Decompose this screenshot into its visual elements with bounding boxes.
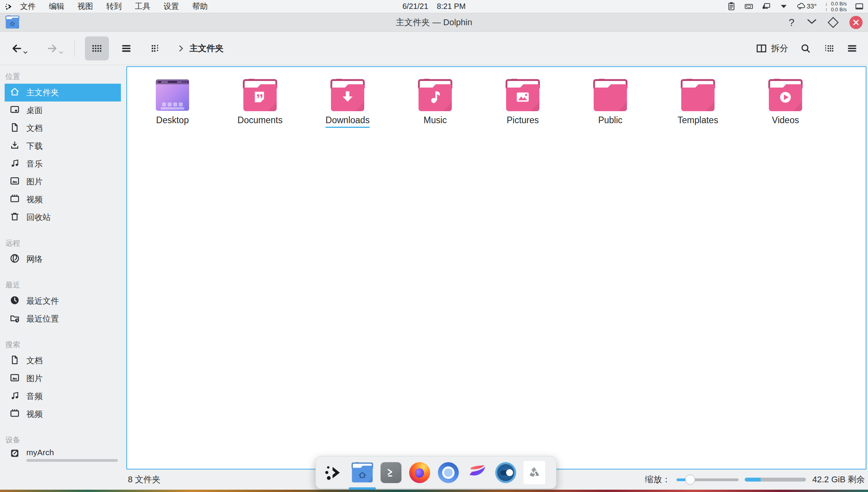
breadcrumb-current[interactable]: 主文件夹 xyxy=(189,43,224,54)
folder-downloads[interactable]: Downloads xyxy=(304,79,391,128)
trash-icon xyxy=(524,461,545,484)
sidebar-item-myarch[interactable]: myArch xyxy=(0,447,121,470)
forward-button[interactable] xyxy=(46,43,59,54)
sidebar-item-pictures[interactable]: 图片 xyxy=(0,173,121,191)
sidebar-item-music[interactable]: 音乐 xyxy=(0,155,121,173)
kde-logo-icon[interactable] xyxy=(5,2,13,11)
dock-item-trash[interactable] xyxy=(524,462,545,483)
folder-label[interactable]: Downloads xyxy=(326,115,370,128)
back-button[interactable] xyxy=(10,43,23,54)
folder-templates[interactable]: Templates xyxy=(654,79,742,128)
hamburger-menu-button[interactable] xyxy=(846,43,858,54)
sidebar-item-videos[interactable]: 视频 xyxy=(0,191,121,208)
folder-view[interactable]: Desktop Documents Downloads Music Pictur… xyxy=(126,66,866,470)
folder-icon-videos[interactable] xyxy=(768,79,803,112)
folder-label[interactable]: Pictures xyxy=(506,115,539,127)
show-desktop-icon[interactable] xyxy=(854,2,864,11)
sidebar-item-recent-files[interactable]: 最近文件 xyxy=(0,292,121,310)
item-count: 8 文件夹 xyxy=(128,474,160,485)
help-button[interactable]: ? xyxy=(789,17,794,28)
folder-label[interactable]: Desktop xyxy=(156,115,189,127)
zoom-slider-handle[interactable] xyxy=(685,475,695,485)
sidebar-item-downloads[interactable]: 下载 xyxy=(0,137,121,155)
image-icon xyxy=(9,175,20,188)
details-view-button[interactable] xyxy=(114,36,138,60)
folder-icon-pictures[interactable] xyxy=(505,79,540,112)
folder-label[interactable]: Documents xyxy=(238,115,282,127)
trash-icon xyxy=(9,211,20,224)
harddisk-icon xyxy=(9,448,20,461)
folder-icon-templates[interactable] xyxy=(680,79,715,112)
folder-icon-public[interactable] xyxy=(593,79,628,112)
music-icon xyxy=(9,390,20,403)
breadcrumb[interactable]: 主文件夹 xyxy=(176,43,224,54)
keyboard-icon[interactable] xyxy=(744,2,754,11)
folder-label[interactable]: Music xyxy=(424,115,447,127)
dock-item-dolphin[interactable] xyxy=(351,462,373,483)
preview-toggle-button[interactable] xyxy=(823,43,835,54)
sidebar-item-trash[interactable]: 回收站 xyxy=(0,208,121,226)
menu-item-3[interactable]: 转到 xyxy=(106,1,122,12)
folder-clock-icon xyxy=(9,313,20,325)
tray-expander-icon[interactable] xyxy=(779,2,789,11)
sidebar-item-search-documents[interactable]: 文档 xyxy=(0,352,121,370)
search-button[interactable] xyxy=(800,43,811,54)
folder-desktop[interactable]: Desktop xyxy=(129,79,216,128)
folder-icon-downloads[interactable] xyxy=(330,79,365,112)
menu-item-0[interactable]: 文件 xyxy=(20,1,36,12)
close-button[interactable] xyxy=(849,16,863,29)
split-view-button[interactable]: 拆分 xyxy=(756,43,788,54)
menu-items: 文件编辑视图转到工具设置帮助 xyxy=(20,1,208,12)
folder-pictures[interactable]: Pictures xyxy=(479,79,567,128)
sidebar-item-search-audio[interactable]: 音频 xyxy=(0,387,121,405)
maximize-button[interactable] xyxy=(828,17,839,28)
compact-view-button[interactable] xyxy=(144,36,168,60)
down-arrow-icon: ↓ xyxy=(825,1,828,7)
dock-item-firefox[interactable] xyxy=(409,462,431,483)
clock[interactable]: 6/21/21 8:21 PM xyxy=(402,2,465,11)
forward-history-chevron-icon[interactable] xyxy=(59,49,64,56)
weather-widget[interactable]: 33° xyxy=(796,2,817,11)
folder-icon-desktop[interactable] xyxy=(155,79,190,112)
folder-icon-documents[interactable] xyxy=(243,79,277,112)
folder-icon-music[interactable] xyxy=(418,79,453,112)
sidebar-item-recent-locations[interactable]: 最近位置 xyxy=(0,310,121,328)
dock-item-media-player[interactable] xyxy=(495,462,517,483)
folder-label[interactable]: Videos xyxy=(772,115,799,127)
sidebar-item-search-images[interactable]: 图片 xyxy=(0,370,121,387)
dock-item-swoosh-office[interactable] xyxy=(466,462,488,483)
zoom-slider[interactable] xyxy=(677,475,739,485)
dock-item-konsole[interactable] xyxy=(380,462,402,483)
system-tray: 33° ↓0.0 B/s ↑0.0 B/s xyxy=(727,1,864,12)
folder-videos[interactable]: Videos xyxy=(742,79,829,128)
sidebar-item-home[interactable]: 主文件夹 xyxy=(5,84,121,101)
folder-music[interactable]: Music xyxy=(391,79,479,128)
window-titlebar[interactable]: 主文件夹 — Dolphin ? xyxy=(0,13,868,32)
sidebar-item-search-videos[interactable]: 视频 xyxy=(0,405,121,423)
clock-date: 6/21/21 xyxy=(402,2,428,11)
weather-temp: 33° xyxy=(807,3,817,10)
menu-item-6[interactable]: 帮助 xyxy=(192,1,208,12)
dock-item-chromium[interactable] xyxy=(437,462,459,483)
menu-item-2[interactable]: 视图 xyxy=(78,1,93,12)
minimize-button[interactable] xyxy=(807,19,817,26)
folder-grid: Desktop Documents Downloads Music Pictur… xyxy=(127,67,866,128)
menu-item-5[interactable]: 设置 xyxy=(164,1,179,12)
network-monitor-icon[interactable] xyxy=(761,2,771,11)
wallpaper-strip xyxy=(0,490,868,492)
dock-item-kde-launcher[interactable] xyxy=(323,462,344,483)
clipboard-icon[interactable] xyxy=(727,2,736,11)
folder-documents[interactable]: Documents xyxy=(216,79,304,128)
folder-label[interactable]: Templates xyxy=(678,115,718,127)
menu-item-4[interactable]: 工具 xyxy=(135,1,150,12)
menu-item-1[interactable]: 编辑 xyxy=(49,1,64,12)
sidebar-section-header: 最近 xyxy=(0,278,121,292)
folder-public[interactable]: Public xyxy=(567,79,654,128)
sidebar-item-documents[interactable]: 文档 xyxy=(0,119,121,137)
icons-view-button[interactable] xyxy=(85,36,109,60)
back-history-chevron-icon[interactable] xyxy=(23,49,28,56)
sidebar-item-network[interactable]: 网络 xyxy=(0,250,121,268)
network-speed-widget[interactable]: ↓0.0 B/s ↑0.0 B/s xyxy=(825,1,847,12)
sidebar-item-desktop[interactable]: 桌面 xyxy=(0,101,121,119)
folder-label[interactable]: Public xyxy=(598,115,623,127)
